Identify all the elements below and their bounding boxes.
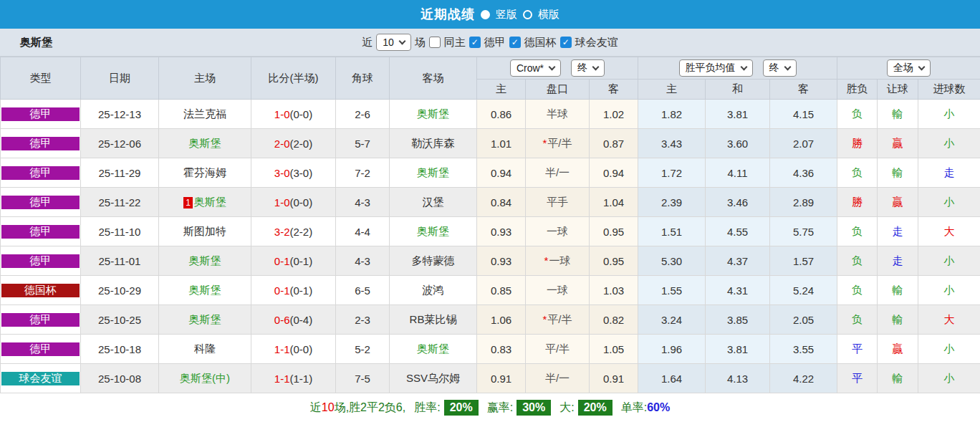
league-checkbox-dfb-pokal[interactable]: [509, 37, 521, 48]
average-type-select[interactable]: 胜平负均值: [679, 59, 753, 77]
cell-wdl-result: 勝: [837, 129, 878, 158]
fulltime-score: 1-1: [274, 373, 290, 385]
cell-home-team: 霍芬海姆: [159, 158, 251, 188]
cell-avg-away: 2.05: [770, 305, 837, 335]
table-row: 德甲25-11-01奥斯堡0-1(0-1)4-3多特蒙德0.93*一球0.955…: [1, 246, 980, 276]
handicap-value: 一球: [547, 225, 568, 237]
league-label-club-friendly[interactable]: 球会友谊: [575, 36, 618, 49]
halftime-score: (0-0): [290, 343, 313, 355]
col-header-score: 比分(半场): [251, 57, 336, 100]
home-team-name: 斯图加特: [183, 225, 226, 237]
scope-select-value: 全场: [893, 62, 913, 75]
odds-time-select[interactable]: 终: [571, 59, 605, 77]
cell-away-team: 勒沃库森: [390, 129, 477, 158]
cell-score: 2-0(2-0): [251, 129, 336, 158]
same-home-checkbox[interactable]: [429, 37, 441, 48]
sub-header-goals: 进球数: [918, 80, 980, 100]
bookmaker-select[interactable]: Crow*: [510, 59, 561, 77]
sub-header-avg-home: 主: [638, 80, 706, 100]
same-home-label[interactable]: 同主: [444, 36, 466, 49]
cell-date: 25-11-29: [81, 158, 159, 188]
cell-away-team: SSV乌尔姆: [390, 364, 477, 393]
filter-controls: 近 10 场 同主 德甲 德国杯 球会友谊: [362, 34, 618, 51]
average-header-group: 胜平负均值 终: [638, 57, 837, 80]
cell-date: 25-10-18: [81, 335, 159, 364]
fulltime-score: 0-1: [274, 284, 290, 297]
cell-avg-home: 1.55: [638, 276, 706, 305]
league-type-badge: 德甲: [1, 107, 80, 121]
handicap-value: 一球: [547, 284, 568, 296]
cell-league-type: 德甲: [1, 129, 81, 158]
cell-date: 25-10-29: [81, 276, 159, 305]
league-type-badge: 德甲: [1, 342, 80, 356]
cell-league-type: 德甲: [1, 158, 81, 188]
cell-avg-away: 2.89: [770, 188, 837, 217]
cell-wdl-result: 平: [837, 335, 878, 364]
away-team-name: 奥斯堡: [417, 107, 449, 120]
cell-away-team: 奥斯堡: [390, 100, 477, 129]
fulltime-score: 1-0: [274, 108, 290, 120]
halftime-score: (3-0): [290, 167, 313, 179]
cell-avg-away: 5.24: [770, 276, 837, 305]
chevron-down-icon: [784, 63, 791, 70]
cell-corners: 2-6: [336, 100, 390, 129]
games-count-select[interactable]: 10: [376, 34, 411, 51]
handicap-value: 平/半: [545, 342, 570, 355]
away-team-name: RB莱比锡: [410, 313, 457, 325]
bookmaker-select-value: Crow*: [517, 62, 544, 74]
cell-handicap-result: 輸: [878, 100, 918, 129]
cell-date: 25-10-08: [81, 364, 159, 393]
cell-avg-draw: 3.81: [706, 100, 770, 129]
cell-avg-away: 5.75: [770, 217, 837, 246]
handicap-win-rate-badge: 30%: [517, 400, 551, 416]
halftime-score: (2-2): [290, 226, 313, 238]
cell-handicap: 平手: [526, 188, 590, 217]
near-label: 近: [362, 36, 373, 49]
cell-corners: 4-4: [336, 217, 390, 246]
cell-wdl-result: 负: [837, 158, 878, 188]
cell-avg-away: 3.55: [770, 335, 837, 364]
handicap-value: 半/一: [545, 166, 570, 178]
sub-header-wdl: 胜负: [837, 80, 878, 100]
table-row: 德甲25-11-10斯图加特3-2(2-2)4-4奥斯堡0.93一球0.951.…: [1, 217, 980, 246]
cell-avg-home: 1.82: [638, 100, 706, 129]
cell-league-type: 德甲: [1, 246, 81, 276]
cell-away-team: 汉堡: [390, 188, 477, 217]
scope-select[interactable]: 全场: [887, 59, 931, 77]
handicap-value: 半/一: [545, 372, 570, 384]
cell-wdl-result: 负: [837, 217, 878, 246]
halftime-score: (0-1): [290, 255, 313, 267]
cell-odds-home: 1.06: [477, 305, 526, 335]
handicap-value: 半球: [547, 107, 568, 120]
league-checkbox-club-friendly[interactable]: [560, 37, 572, 48]
single-rate-value: 60%: [647, 401, 670, 414]
odds-time-select-value: 终: [577, 62, 587, 75]
away-team-name: 勒沃库森: [412, 137, 455, 149]
cell-odds-home: 0.93: [477, 217, 526, 246]
team-name: 奥斯堡: [20, 36, 52, 49]
cell-avg-draw: 4.31: [706, 276, 770, 305]
cell-home-team: 奥斯堡: [159, 276, 251, 305]
league-label-dfb-pokal[interactable]: 德国杯: [524, 36, 557, 49]
cell-odds-away: 0.95: [590, 217, 638, 246]
chevron-down-icon: [740, 63, 747, 70]
vertical-layout-label[interactable]: 竖版: [496, 8, 517, 21]
cell-score: 1-0(0-0): [251, 188, 336, 217]
cell-avg-away: 4.22: [770, 364, 837, 393]
league-label-bundesliga[interactable]: 德甲: [484, 36, 506, 49]
cell-home-team: 奥斯堡(中): [159, 364, 251, 393]
cell-goals-result: 大: [918, 217, 980, 246]
table-row: 德国杯25-10-29奥斯堡0-1(0-1)6-5波鸿0.85一球1.031.5…: [1, 276, 980, 305]
cell-avg-home: 1.51: [638, 217, 706, 246]
horizontal-layout-label[interactable]: 横版: [538, 8, 559, 21]
horizontal-layout-radio[interactable]: [523, 10, 532, 19]
chevron-down-icon: [918, 63, 926, 70]
vertical-layout-radio[interactable]: [481, 10, 490, 19]
cell-odds-home: 0.94: [477, 158, 526, 188]
average-time-select[interactable]: 终: [763, 59, 797, 77]
home-team-name: 奥斯堡: [194, 196, 226, 208]
col-header-date: 日期: [81, 57, 159, 100]
cell-score: 1-1(0-0): [251, 335, 336, 364]
league-checkbox-bundesliga[interactable]: [469, 37, 481, 48]
cell-wdl-result: 负: [837, 305, 878, 335]
